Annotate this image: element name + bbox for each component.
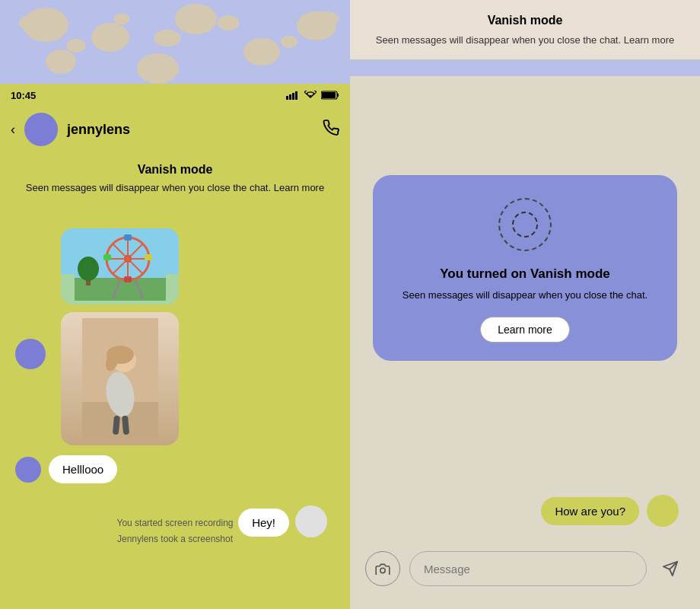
- svg-rect-18: [145, 254, 152, 260]
- avatar: [24, 113, 58, 146]
- person-bg: [61, 312, 179, 445]
- ferris-wheel-bg: [61, 228, 179, 304]
- svg-rect-17: [103, 254, 111, 260]
- svg-point-31: [513, 212, 537, 237]
- blob-decoration: [243, 38, 280, 65]
- recording-notice: You started screen recording Jennylens t…: [0, 515, 350, 548]
- blob-decoration: [46, 49, 76, 74]
- svg-point-22: [78, 257, 99, 281]
- learn-more-link[interactable]: Learn more: [624, 34, 674, 46]
- phone-icon[interactable]: [323, 120, 339, 140]
- battery-icon: [321, 91, 339, 100]
- chat-header: ‹ jennylens: [0, 107, 350, 152]
- camera-icon: [375, 563, 390, 575]
- right-vanish-title: Vanish mode: [373, 14, 677, 27]
- svg-point-32: [380, 568, 385, 572]
- vanish-mode-banner: Vanish mode Seen messages will disappear…: [0, 152, 350, 204]
- screenshot-line: Jennylens took a screenshot: [0, 531, 350, 548]
- status-icons: [286, 91, 339, 100]
- person-photo: [61, 312, 179, 445]
- svg-rect-2: [292, 93, 294, 100]
- signal-icon: [286, 91, 300, 100]
- right-vanish-banner: Vanish mode Seen messages will disappear…: [350, 0, 700, 60]
- back-button[interactable]: ‹: [11, 122, 15, 138]
- ferris-wheel-svg: [75, 232, 166, 301]
- svg-rect-0: [286, 96, 288, 100]
- blob-decoration: [23, 8, 68, 42]
- dashed-circle-icon: [510, 209, 540, 240]
- wifi-icon: [304, 91, 317, 100]
- svg-rect-5: [337, 94, 339, 97]
- svg-rect-16: [124, 276, 132, 282]
- send-button[interactable]: [656, 554, 685, 583]
- recording-line1: You started screen recording: [0, 515, 350, 532]
- left-top-decoration: [0, 0, 350, 84]
- blob-decoration: [137, 53, 179, 84]
- message-input[interactable]: [409, 551, 647, 586]
- vanish-card-desc: Seen messages will disappear when you cl…: [391, 288, 659, 303]
- chat-area: Helllooo Hey! You started screen recordi…: [0, 221, 350, 609]
- svg-rect-15: [124, 234, 132, 241]
- blob-decoration: [175, 4, 217, 34]
- svg-rect-1: [289, 94, 291, 100]
- green-avatar-dot: [647, 495, 679, 527]
- vanish-mode-card: You turned on Vanish mode Seen messages …: [373, 175, 677, 361]
- send-icon: [662, 560, 679, 577]
- vanish-mode-icon: [498, 198, 552, 251]
- camera-button[interactable]: [365, 551, 400, 586]
- blob-decoration: [91, 23, 129, 52]
- helllooo-bubble: Helllooo: [49, 455, 117, 483]
- right-vanish-desc: Seen messages will disappear when you cl…: [373, 33, 677, 47]
- blob-decoration: [297, 11, 336, 40]
- person-svg: [82, 318, 158, 440]
- helllooo-message: Helllooo: [15, 455, 117, 483]
- learn-more-button[interactable]: Learn more: [480, 317, 570, 343]
- vanish-card-title: You turned on Vanish mode: [391, 266, 659, 282]
- input-bar: [365, 551, 685, 586]
- vanish-description: Seen messages will disappear when you cl…: [23, 181, 327, 195]
- vanish-title: Vanish mode: [23, 163, 327, 177]
- how-are-you-bubble: How are you?: [541, 497, 639, 525]
- message-avatar: [15, 339, 46, 369]
- left-panel: 10:45 ‹ jennylens: [0, 0, 350, 609]
- username-label: jennylens: [67, 122, 313, 138]
- svg-rect-6: [322, 92, 336, 98]
- right-panel: Vanish mode Seen messages will disappear…: [350, 0, 700, 609]
- right-chat-area: You turned on Vanish mode Seen messages …: [350, 76, 700, 609]
- ferris-wheel-image: [61, 228, 179, 304]
- svg-rect-3: [295, 91, 298, 100]
- sender-avatar: [15, 457, 41, 483]
- status-time: 10:45: [11, 90, 36, 101]
- status-bar: 10:45: [0, 84, 350, 107]
